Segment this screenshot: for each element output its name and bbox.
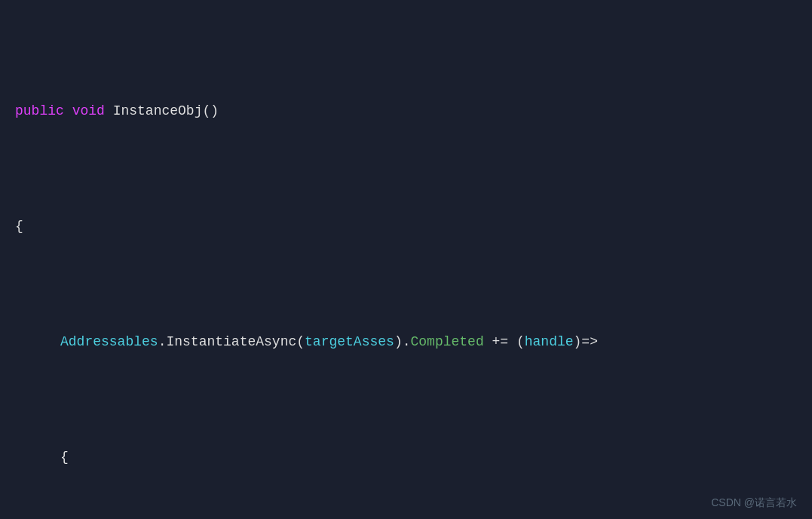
- keyword-void: void: [72, 100, 105, 123]
- completed-keyword: Completed: [411, 330, 484, 354]
- watermark: CSDN @诺言若水: [711, 496, 797, 510]
- brace-open: {: [60, 446, 69, 469]
- code-line: Addressables .InstantiateAsync( targetAs…: [15, 330, 812, 354]
- param: targetAsses: [305, 330, 394, 354]
- code-line: {: [15, 215, 812, 238]
- code-container: public void InstanceObj() { Addressables…: [0, 0, 812, 519]
- code-line: {: [15, 446, 812, 469]
- code-text: += (: [484, 330, 525, 354]
- space: [64, 100, 72, 123]
- method-name: InstanceObj(): [105, 100, 219, 123]
- class-name: Addressables: [60, 330, 158, 354]
- code-block: public void InstanceObj() { Addressables…: [15, 8, 812, 519]
- param-handle: handle: [525, 330, 574, 354]
- code-line: public void InstanceObj(): [15, 100, 812, 123]
- code-text: .InstantiateAsync(: [158, 330, 305, 354]
- keyword-public: public: [15, 100, 64, 123]
- code-text: ).: [394, 330, 411, 354]
- brace-open: {: [15, 215, 23, 238]
- code-text: )=>: [574, 330, 598, 354]
